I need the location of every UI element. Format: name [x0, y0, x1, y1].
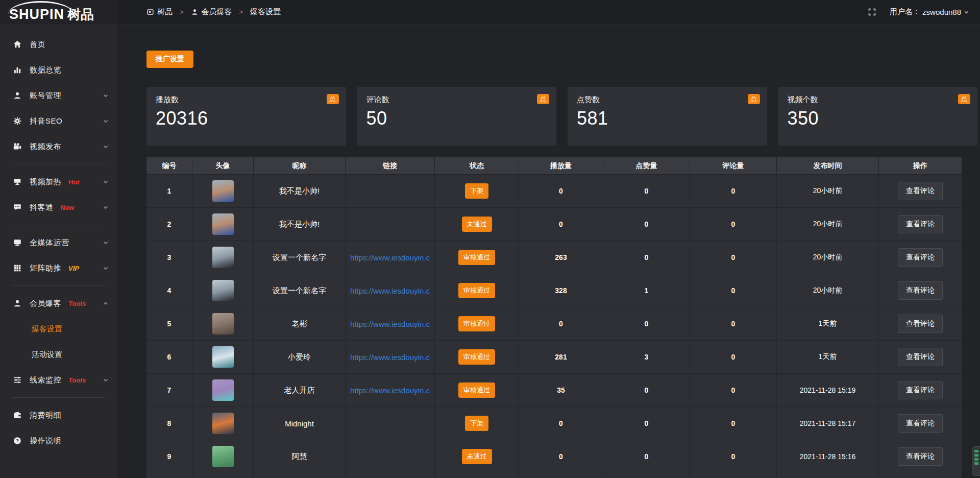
total-badge: 总: [958, 94, 970, 104]
video-link[interactable]: https://www.iesdouyin.c: [350, 286, 430, 295]
promotion-settings-button[interactable]: 推广设置: [146, 51, 193, 68]
sidebar-item-home[interactable]: 首页: [0, 32, 117, 57]
likes-count: 3: [603, 341, 690, 374]
table-row: 3设置一个新名字https://www.iesdouyin.c审核通过26300…: [146, 241, 962, 274]
sidebar-item-instructions[interactable]: ? 操作说明: [0, 428, 117, 453]
fullscreen-icon[interactable]: [868, 8, 876, 16]
widget-bar: [974, 462, 978, 465]
view-comments-button[interactable]: 查看评论: [898, 348, 943, 366]
video-link[interactable]: https://www.iesdouyin.c: [350, 253, 430, 262]
view-comments-button[interactable]: 查看评论: [898, 414, 943, 433]
row-number: 5: [146, 307, 192, 341]
sidebar-item-douketong[interactable]: 抖客通 New: [0, 195, 117, 220]
topbar-right: 用户名： zswodun88: [868, 7, 970, 17]
column-header: 点赞量: [603, 157, 690, 175]
view-comments-button[interactable]: 查看评论: [898, 248, 943, 267]
row-number: 7: [146, 374, 192, 407]
link-cell: [346, 175, 435, 208]
view-comments-button[interactable]: 查看评论: [898, 315, 943, 333]
sidebar-item-all-media[interactable]: 全媒体运营: [0, 230, 117, 255]
sidebar-item-douyin-seo[interactable]: 抖音SEO: [0, 108, 117, 134]
table-row: 8Midnight下架0002021-11-28 15:17查看评论: [146, 407, 962, 440]
grid-icon: [12, 263, 22, 273]
sidebar-item-label: 会员爆客: [30, 299, 61, 308]
column-header: 评论量: [690, 157, 777, 175]
view-comments-button[interactable]: 查看评论: [898, 281, 943, 300]
avatar: [212, 379, 234, 401]
user-menu[interactable]: 用户名： zswodun88: [890, 7, 970, 17]
sidebar-subitem-baoke-settings[interactable]: 爆客设置: [0, 316, 117, 342]
comments-count: 0: [690, 407, 777, 440]
nickname: Midnight: [254, 407, 346, 440]
topbar: 树品 > 会员爆客 > 爆客设置 用户名： zswodun88: [117, 0, 980, 25]
video-link[interactable]: https://www.iesdouyin.c: [350, 320, 430, 328]
hot-tag: Hot: [68, 178, 80, 186]
sidebar-item-video-publish[interactable]: 视频发布: [0, 134, 117, 159]
table-row: [146, 473, 962, 478]
status-cell: 审核通过: [435, 307, 519, 341]
chevron-down-icon: [102, 239, 109, 246]
table-body: 1我不是小帅!下架00020小时前查看评论2我不是小帅!未通过00020小时前查…: [146, 175, 962, 478]
action-cell: 查看评论: [879, 175, 962, 208]
floating-widget[interactable]: [972, 446, 980, 476]
view-comments-button[interactable]: 查看评论: [898, 182, 943, 200]
plays-count: 0: [519, 175, 603, 208]
chevron-down-icon: [102, 376, 109, 384]
stat-label: 点赞数: [577, 95, 758, 105]
publish-time: 1天前: [777, 341, 879, 374]
video-link[interactable]: https://www.iesdouyin.c: [350, 353, 430, 362]
view-comments-button[interactable]: 查看评论: [898, 381, 943, 399]
sidebar-item-label: 消费明细: [30, 411, 61, 420]
sidebar-item-matrix-boost[interactable]: 矩阵助推 VIP: [0, 255, 117, 281]
breadcrumb-item-member-baoke[interactable]: 会员爆客: [191, 7, 232, 17]
nickname: 我不是小帅!: [254, 208, 346, 241]
likes-count: 0: [603, 407, 690, 440]
row-number: 1: [146, 175, 192, 208]
sidebar-item-account-management[interactable]: 账号管理: [0, 83, 117, 108]
sidebar-item-lead-monitoring[interactable]: 线索监控 Tools: [0, 367, 117, 393]
avatar-cell: [192, 473, 254, 478]
comments-count: 0: [690, 175, 777, 208]
monitor-icon: [12, 237, 22, 248]
breadcrumb-item-root[interactable]: 树品: [146, 7, 173, 17]
avatar: [212, 213, 234, 235]
link-cell: [346, 440, 435, 473]
vip-tag: VIP: [68, 265, 79, 272]
table-row: 5老彬https://www.iesdouyin.c审核通过0001天前查看评论: [146, 307, 962, 341]
sidebar-item-label: 账号管理: [30, 91, 61, 101]
view-comments-button[interactable]: 查看评论: [898, 215, 943, 233]
likes-count: 0: [603, 374, 690, 407]
gear-icon: [12, 116, 22, 126]
publish-time: 2021-11-28 15:16: [777, 440, 879, 473]
breadcrumb-label: 树品: [157, 7, 173, 17]
plays-count: 328: [519, 274, 603, 307]
avatar: [212, 413, 234, 434]
stat-cards: 播放数 20316 总 评论数 50 总 点赞数 581 总 视频个数 350: [146, 87, 977, 146]
stat-label: 视频个数: [788, 95, 969, 105]
avatar: [212, 247, 234, 268]
app-window: SHUPIN 树品 首页 数据总览 账号管理: [0, 0, 980, 478]
logo-text-cn: 树品: [67, 6, 94, 23]
row-number: 9: [146, 440, 192, 473]
video-link[interactable]: https://www.iesdouyin.c: [350, 386, 430, 395]
sidebar-item-data-overview[interactable]: 数据总览: [0, 57, 117, 83]
logo-arc: [8, 1, 74, 14]
sidebar-divider: [12, 285, 105, 286]
sidebar-item-member-baoke[interactable]: 会员爆客 Tools: [0, 291, 117, 316]
stat-label: 评论数: [366, 95, 548, 105]
sidebar-item-video-heating[interactable]: 视频加热 Hot: [0, 169, 117, 195]
stat-card-comments: 评论数 50 总: [357, 87, 557, 146]
sidebar: SHUPIN 树品 首页 数据总览 账号管理: [0, 0, 117, 478]
publish-time: 2021-11-28 15:19: [777, 374, 879, 407]
sidebar-subitem-activity-settings[interactable]: 活动设置: [0, 342, 117, 367]
sidebar-divider: [12, 225, 105, 225]
sidebar-item-consumption-details[interactable]: 消费明细: [0, 402, 117, 428]
link-cell: [346, 473, 435, 478]
comments-count: 0: [690, 341, 777, 374]
main-area: 树品 > 会员爆客 > 爆客设置 用户名： zswodun88: [117, 0, 980, 478]
sidebar-item-label: 抖客通: [30, 203, 54, 212]
column-header: 播放量: [519, 157, 603, 175]
sidebar-item-label: 矩阵助推: [30, 264, 61, 273]
stat-card-videos: 视频个数 350 总: [778, 87, 978, 146]
view-comments-button[interactable]: 查看评论: [898, 447, 943, 466]
